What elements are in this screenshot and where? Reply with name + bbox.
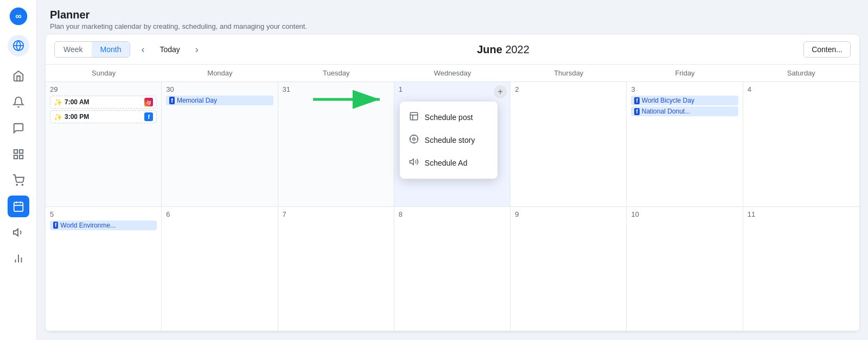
day-number: 1: [399, 85, 506, 93]
day-number: 11: [748, 210, 855, 218]
schedule-ad-icon: [409, 157, 419, 169]
main-content: Planner Plan your marketing calendar by …: [37, 0, 868, 340]
schedule-ad-item[interactable]: Schedule Ad: [400, 152, 497, 174]
sidebar-planner[interactable]: [8, 196, 29, 217]
week-view-button[interactable]: Week: [55, 42, 92, 57]
svg-rect-4: [14, 150, 17, 153]
cell-jun-7: 7: [278, 207, 394, 331]
svg-rect-6: [14, 155, 17, 159]
day-number: 7: [283, 210, 390, 218]
cell-jun-11: 11: [743, 207, 859, 331]
facebook-icon: f: [144, 112, 153, 121]
svg-rect-7: [19, 155, 22, 159]
page-title: Planner: [50, 9, 855, 21]
add-event-button[interactable]: +: [494, 85, 507, 98]
day-number: 8: [399, 210, 506, 218]
svg-rect-20: [410, 112, 418, 120]
month-title: June 2022: [209, 43, 797, 56]
header-wednesday: Wednesday: [394, 65, 510, 81]
schedule-story-icon: [409, 134, 419, 146]
header-monday: Monday: [162, 65, 278, 81]
sidebar-shop[interactable]: [8, 169, 29, 191]
event-donut-day[interactable]: f National Donut...: [631, 106, 738, 116]
cell-jun-5: 5 f World Environme...: [46, 207, 162, 331]
content-button[interactable]: Conten...: [803, 41, 851, 58]
schedule-story-item[interactable]: Schedule story: [400, 129, 497, 152]
cell-may-31: 31: [278, 82, 394, 206]
header-thursday: Thursday: [510, 65, 627, 81]
day-number: 30: [166, 85, 273, 93]
calendar-toolbar: Week Month ‹ Today › June 2022 Conten...: [46, 35, 859, 65]
day-number: 5: [50, 210, 157, 218]
event-fb-icon: f: [634, 97, 639, 104]
cell-jun-10: 10: [627, 207, 743, 331]
header-friday: Friday: [627, 65, 743, 81]
sidebar: ∞: [0, 0, 37, 340]
month-view-button[interactable]: Month: [92, 42, 130, 57]
svg-rect-10: [14, 203, 23, 212]
cell-jun-2: 2: [510, 82, 627, 206]
svg-marker-29: [410, 159, 413, 165]
page-header: Planner Plan your marketing calendar by …: [37, 0, 868, 35]
day-number: 4: [748, 85, 855, 93]
schedule-post-item[interactable]: Schedule post: [400, 106, 497, 129]
today-button[interactable]: Today: [155, 42, 184, 57]
cell-jun-3: 3 f World Bicycle Day f National Donut..…: [627, 82, 743, 206]
svg-marker-14: [13, 229, 17, 236]
svg-point-8: [16, 184, 17, 185]
svg-rect-5: [19, 150, 22, 153]
svg-text:∞: ∞: [15, 11, 22, 21]
next-button[interactable]: ›: [191, 42, 203, 58]
header-tuesday: Tuesday: [278, 65, 394, 81]
page-subtitle: Plan your marketing calendar by creating…: [50, 22, 855, 30]
day-number: 3: [631, 85, 738, 93]
meta-logo: ∞: [9, 7, 28, 26]
svg-point-24: [413, 138, 416, 141]
cell-jun-6: 6: [162, 207, 278, 331]
sidebar-content[interactable]: [8, 143, 29, 165]
globe-button[interactable]: [8, 35, 29, 56]
week-2: 5 f World Environme... 6 7 8: [46, 207, 859, 332]
cell-jun-8: 8: [394, 207, 510, 331]
sidebar-home[interactable]: [8, 65, 29, 87]
event-environment-day[interactable]: f World Environme...: [50, 221, 157, 230]
event-bicycle-day[interactable]: f World Bicycle Day: [631, 96, 738, 105]
day-number: 2: [515, 85, 622, 93]
cell-jun-9: 9: [510, 207, 627, 331]
schedule-post-icon: [409, 111, 419, 123]
cell-jun-1: 1 +: [394, 82, 510, 206]
calendar-weeks: 29 ✨ 7:00 AM ig ✨ 3:00 PM f 30: [46, 82, 859, 331]
event-icon: f: [169, 97, 175, 104]
dropdown-menu: Schedule post Schedule story: [400, 102, 497, 179]
cell-may-30: 30 f Memorial Day: [162, 82, 278, 206]
sidebar-ads[interactable]: [8, 222, 29, 243]
day-number: 9: [515, 210, 622, 218]
prev-button[interactable]: ‹: [137, 42, 149, 58]
cell-may-29: 29 ✨ 7:00 AM ig ✨ 3:00 PM f: [46, 82, 162, 206]
event-fb-icon2: f: [634, 108, 639, 115]
sidebar-analytics[interactable]: [8, 248, 29, 269]
day-number: 10: [631, 210, 738, 218]
calendar: Week Month ‹ Today › June 2022 Conten...…: [46, 35, 859, 331]
day-number: 6: [166, 210, 273, 218]
event-fb-icon3: f: [53, 222, 58, 229]
header-saturday: Saturday: [743, 65, 859, 81]
cell-jun-4: 4: [743, 82, 859, 206]
svg-point-9: [22, 184, 23, 185]
event-700am[interactable]: ✨ 7:00 AM ig: [50, 96, 157, 109]
sidebar-notifications[interactable]: [8, 91, 29, 113]
instagram-icon: ig: [144, 98, 153, 106]
event-300pm[interactable]: ✨ 3:00 PM f: [50, 110, 157, 123]
day-number: 31: [283, 85, 390, 93]
day-number: 29: [50, 85, 157, 93]
event-memorial-day[interactable]: f Memorial Day: [166, 96, 273, 105]
week-1: 29 ✨ 7:00 AM ig ✨ 3:00 PM f 30: [46, 82, 859, 207]
header-sunday: Sunday: [46, 65, 162, 81]
view-toggle: Week Month: [54, 41, 130, 58]
sidebar-messages[interactable]: [8, 117, 29, 139]
day-headers: Sunday Monday Tuesday Wednesday Thursday…: [46, 65, 859, 82]
